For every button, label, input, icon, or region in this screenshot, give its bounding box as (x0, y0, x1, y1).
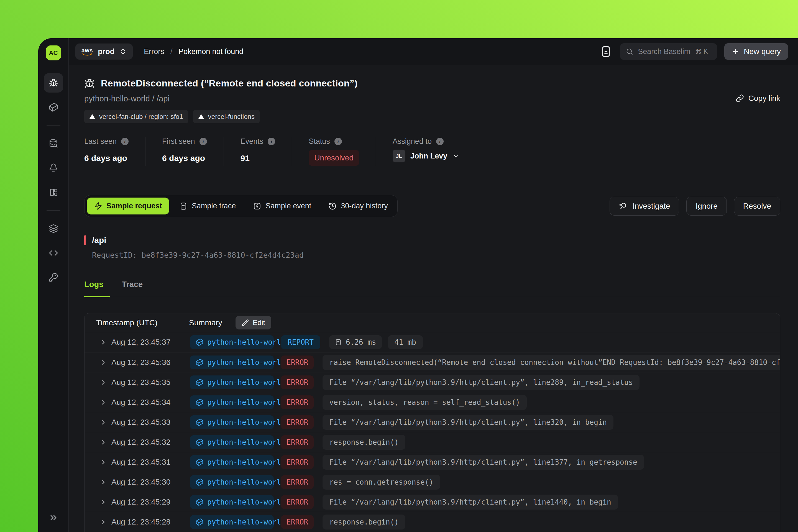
chevron-right-icon[interactable] (100, 419, 111, 426)
sidebar-item-errors[interactable] (44, 73, 63, 93)
tab-sample-trace[interactable]: Sample trace (172, 197, 243, 214)
service-badge: python-hello-world (190, 515, 274, 529)
chevron-right-icon[interactable] (100, 379, 111, 386)
row-timestamp: Aug 12, 23:45:30 (111, 478, 190, 487)
topbar: aws prod Errors / Pokemon not found (69, 38, 798, 65)
table-row[interactable]: Aug 12, 23:45:34 python-hello-world ERRO… (84, 392, 780, 412)
info-icon[interactable]: i (335, 138, 342, 145)
table-row[interactable]: Aug 12, 23:45:32 python-hello-world ERRO… (84, 432, 780, 452)
stats-row: Last seeni 6 days ago First seeni 6 days… (84, 137, 780, 166)
sidebar-item-keys[interactable] (44, 268, 63, 287)
level-badge: ERROR (281, 376, 314, 389)
log-rows: Aug 12, 23:45:37 python-hello-world REPO… (84, 332, 780, 532)
sidebar-divider (46, 210, 60, 211)
app-window: AC (38, 38, 798, 532)
environment-selector[interactable]: aws prod (75, 43, 133, 60)
info-icon[interactable]: i (436, 138, 443, 145)
info-icon[interactable]: i (268, 138, 275, 145)
new-query-button[interactable]: New query (724, 43, 788, 60)
new-query-label: New query (744, 47, 781, 56)
column-header-timestamp: Timestamp (UTC) (96, 318, 189, 327)
stat-events: Eventsi 91 (241, 137, 292, 166)
sidebar-expand-button[interactable] (49, 513, 58, 522)
search-bar[interactable]: ⌘ K (620, 43, 717, 60)
copy-link-label: Copy link (748, 94, 780, 103)
table-row[interactable]: Aug 12, 23:45:36 python-hello-world ERRO… (84, 352, 780, 372)
level-badge: ERROR (281, 415, 314, 429)
log-message: version, status, reason = self_read_stat… (323, 395, 527, 410)
tab-trace[interactable]: Trace (122, 280, 143, 297)
copy-link-button[interactable]: Copy link (736, 94, 780, 103)
database-search-icon (49, 139, 58, 148)
sidebar-item-dashboards[interactable] (44, 183, 63, 202)
sidebar-item-developer[interactable] (44, 243, 63, 263)
content: RemoteDisconnected (“Remote end closed c… (69, 65, 798, 532)
info-icon[interactable]: i (121, 138, 129, 145)
sidebar-item-services[interactable] (44, 97, 63, 117)
bug-icon (49, 78, 58, 88)
ignore-button[interactable]: Ignore (686, 197, 726, 215)
sidebar-item-stack[interactable] (44, 219, 63, 238)
search-shortcut: ⌘ K (695, 48, 708, 55)
search-code-icon (619, 202, 628, 211)
table-row[interactable]: Aug 12, 23:45:33 python-hello-world ERRO… (84, 412, 780, 432)
history-icon (328, 202, 337, 210)
table-row[interactable]: Aug 12, 23:45:37 python-hello-world REPO… (84, 332, 780, 352)
service-badge: python-hello-world (190, 475, 274, 489)
log-message: File “/var/lang/lib/python3.9/http/clien… (323, 375, 640, 390)
chevron-right-icon[interactable] (100, 359, 111, 366)
search-input[interactable] (638, 48, 690, 56)
link-icon (736, 94, 744, 102)
table-row[interactable]: Aug 12, 23:45:35 python-hello-world ERRO… (84, 372, 780, 392)
service-badge: python-hello-world (190, 356, 274, 369)
table-row[interactable]: Aug 12, 23:45:31 python-hello-world ERRO… (84, 452, 780, 472)
table-row[interactable]: Aug 12, 23:45:28 python-hello-world ERRO… (84, 512, 780, 532)
tab-30-day-history[interactable]: 30-day history (321, 197, 395, 214)
service-badge: python-hello-world (190, 455, 274, 469)
size-badge: 41 mb (388, 335, 423, 349)
key-icon (49, 273, 58, 282)
sidebar-item-queries[interactable] (44, 134, 63, 153)
logs-table: Timestamp (UTC) Summary Edit Aug 12, 23:… (84, 313, 780, 532)
resolve-button[interactable]: Resolve (734, 197, 780, 215)
investigate-button[interactable]: Investigate (610, 197, 679, 215)
bell-icon (49, 163, 58, 173)
service-badge: python-hello-world (190, 415, 274, 429)
chevron-right-icon[interactable] (100, 459, 111, 466)
request-section: /api RequestID: be8f3e39-9c27-4a63-8810-… (84, 235, 780, 259)
breadcrumb-section[interactable]: Errors (144, 48, 164, 56)
assignee-dropdown[interactable]: JL John Levy (393, 150, 460, 163)
tab-sample-event[interactable]: Sample event (246, 197, 318, 214)
sidebar-item-alerts[interactable] (44, 158, 63, 177)
chevron-right-icon[interactable] (100, 478, 111, 486)
log-message: response.begin() (323, 515, 405, 530)
chevron-right-icon[interactable] (100, 399, 111, 406)
notebook-icon[interactable] (599, 44, 613, 59)
row-timestamp: Aug 12, 23:45:29 (111, 498, 190, 507)
code-icon (49, 248, 58, 258)
edit-columns-button[interactable]: Edit (235, 316, 271, 329)
level-badge: ERROR (281, 356, 314, 369)
chevron-right-icon[interactable] (100, 518, 111, 526)
info-icon[interactable]: i (200, 138, 207, 145)
request-path: /api (92, 235, 107, 245)
chevron-right-icon[interactable] (100, 498, 111, 506)
breadcrumb-page[interactable]: Pokemon not found (178, 48, 243, 56)
service-badge: python-hello-world (190, 495, 274, 509)
table-row[interactable]: Aug 12, 23:45:30 python-hello-world ERRO… (84, 472, 780, 492)
log-message: File “/var/lang/lib/python3.9/http/clien… (323, 415, 613, 430)
aws-logo-icon: aws (81, 48, 93, 56)
workspace-avatar[interactable]: AC (46, 45, 61, 60)
stat-assigned: Assigned toi JL John Levy (393, 137, 476, 166)
table-header: Timestamp (UTC) Summary Edit (84, 314, 780, 332)
log-trace-tabs: Logs Trace (84, 280, 780, 297)
unfold-icon (119, 48, 127, 55)
chevron-right-icon[interactable] (100, 339, 111, 346)
zap-icon (94, 202, 102, 210)
service-badge: python-hello-world (190, 376, 274, 389)
chevron-right-icon[interactable] (100, 439, 111, 446)
table-row[interactable]: Aug 12, 23:45:29 python-hello-world ERRO… (84, 492, 780, 512)
level-badge: ERROR (281, 475, 314, 489)
tab-logs[interactable]: Logs (84, 280, 103, 297)
tab-sample-request[interactable]: Sample request (87, 197, 169, 214)
